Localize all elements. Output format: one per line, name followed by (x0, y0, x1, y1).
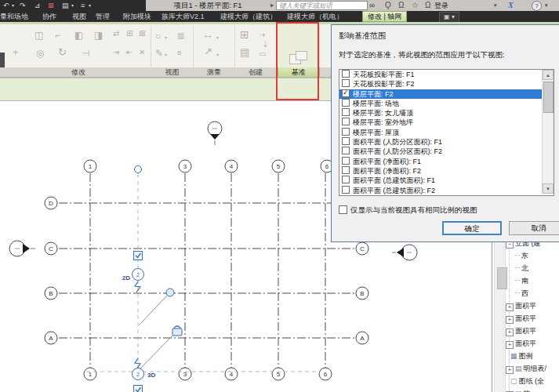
expand-icon[interactable]: + (506, 303, 514, 311)
panel-label-view[interactable]: 视图 (151, 67, 193, 77)
same-scale-filter[interactable]: 仅显示与当前视图具有相同比例的视图 (339, 205, 477, 216)
list-item[interactable]: 面积平面 (总建筑面积): F1 (339, 176, 554, 185)
list-item[interactable]: 楼层平面: 室外地坪 (339, 118, 554, 127)
tab-modeling-master-mep[interactable]: 建模大师（机电） (287, 11, 343, 22)
list-item[interactable]: 楼层平面: 屋顶 (339, 128, 554, 137)
undo-caret-icon[interactable]: ▾ (12, 0, 14, 11)
ok-button[interactable]: 确定 (442, 221, 502, 235)
display-in-views-icon[interactable]: ⊞ (240, 30, 249, 39)
align-icon[interactable]: ◫ (34, 31, 43, 40)
mirror-pick-icon[interactable]: ◧ (74, 31, 83, 40)
tab-modify-grid-active[interactable]: 修改 | 轴网 (362, 11, 407, 22)
flow-right-icon[interactable]: ⇢ (259, 31, 265, 40)
expand-icon[interactable]: + (506, 328, 514, 336)
tree-item-schedules[interactable]: +▤明细表/ (506, 363, 546, 374)
grid2-drag-grip[interactable] (166, 289, 174, 296)
offset-icon[interactable]: ⌐ (55, 31, 60, 40)
search-binoculars-icon[interactable]: ∞ (369, 0, 375, 11)
grid2-3d-toggle[interactable]: 3D (147, 372, 155, 379)
grid2-2d-toggle[interactable]: 2D (122, 274, 130, 281)
box-icon[interactable]: ▭ (259, 49, 266, 59)
checkbox[interactable] (342, 176, 350, 183)
grid2-end-grip[interactable] (135, 166, 142, 173)
pin-icon[interactable]: ⊠ (139, 29, 145, 38)
signin-label[interactable]: 登录 (434, 0, 448, 11)
grid-bubbles-bottom[interactable] (84, 368, 332, 380)
measure-diagonal-icon[interactable]: ↗ (204, 47, 212, 56)
tree-item-area-plan-2[interactable]: +面积平 (506, 313, 536, 324)
dropdown-caret-icon[interactable]: ▾ (494, 0, 497, 11)
paintbrush-caret-icon[interactable]: ▾ (165, 50, 167, 60)
checkbox[interactable] (342, 166, 350, 174)
tree-item-area-plan-1[interactable]: +面积平 (506, 300, 536, 311)
checkbox[interactable] (342, 186, 350, 194)
list-item[interactable]: 面积平面 (净面积): F1 (339, 157, 554, 166)
tab-family-master[interactable]: 族库大师V2.1 (162, 11, 205, 22)
tree-item-south[interactable]: 南 (515, 275, 528, 286)
expand-icon[interactable]: + (506, 316, 514, 324)
selected-grid-2[interactable]: 2 2D 2 3D (86, 166, 321, 392)
list-item[interactable]: 楼层平面: 场地 (339, 99, 554, 108)
tree-item-north[interactable]: 北 (515, 263, 528, 274)
undo-icon[interactable]: ↶ (3, 0, 9, 11)
expand-icon[interactable]: + (506, 366, 514, 374)
scrollbar-thumb[interactable] (543, 82, 554, 113)
expand-icon[interactable]: + (506, 341, 514, 349)
tab-modeling-master-arch[interactable]: 建模大师（建筑） (220, 11, 277, 22)
signin-icon[interactable]: Ω (425, 0, 430, 11)
checkbox[interactable] (342, 79, 350, 87)
aligned-dimension-icon[interactable]: ↔ (202, 30, 213, 39)
list-item[interactable]: 面积平面 (总建筑面积): F2 (339, 186, 554, 195)
help-caret-icon[interactable]: ▾ (545, 0, 548, 11)
panel-label-create[interactable]: 创建 (235, 67, 276, 77)
tree-item-families[interactable]: +▣族 (506, 388, 531, 392)
panel-label-measure[interactable]: 测量 (194, 67, 234, 77)
measure-caret-icon[interactable]: ▾ (216, 50, 219, 60)
tree-item-area-plan-3[interactable]: +面积平 (506, 325, 536, 336)
tree-item-sheets[interactable]: ▢图纸 (全 (510, 376, 544, 387)
elevation-marker-left[interactable] (9, 241, 35, 256)
list-item[interactable]: 天花板投影平面: F1 (339, 70, 554, 79)
grid-bubbles-top[interactable] (84, 160, 333, 172)
checkbox[interactable] (339, 205, 347, 214)
checkbox[interactable] (342, 89, 350, 97)
scrollbar-thumb[interactable] (497, 267, 507, 289)
list-item[interactable]: 楼层平面: 女儿墙顶 (339, 108, 554, 118)
elevation-marker-top[interactable] (208, 122, 222, 145)
extend-icon[interactable]: ⇄ (113, 29, 119, 38)
section-caret-icon[interactable]: ▾ (71, 0, 74, 11)
ribbon-minimize-caret-icon[interactable]: ▾ (89, 0, 91, 11)
cancel-button[interactable]: 取消 (509, 221, 559, 235)
list-item[interactable]: 楼层平面: F2 (339, 89, 554, 99)
tab-collaborate[interactable]: 协作 (42, 11, 56, 22)
grid-bubbles-left[interactable] (45, 197, 57, 344)
checkbox[interactable] (342, 128, 350, 136)
lightbulb-caret-icon[interactable]: ▾ (165, 33, 167, 42)
key-icon[interactable]: Ϙ (385, 0, 391, 11)
tab-manage[interactable]: 管理 (96, 11, 110, 22)
tab-massing-site[interactable]: 量和场地 (0, 11, 28, 22)
checkbox[interactable] (342, 137, 350, 145)
tree-item-east[interactable]: 东 (515, 250, 528, 261)
tree-item-area-plan-4[interactable]: +面积平 (506, 338, 536, 349)
list-scrollbar[interactable]: ▲ ▼ (542, 70, 554, 194)
checkbox[interactable] (342, 70, 350, 78)
grid2-lock-icon[interactable] (172, 326, 182, 336)
flow-down-icon[interactable]: ⇣ (262, 40, 268, 49)
exchange-apps-icon[interactable]: X (508, 0, 514, 11)
grid2-bubble-checkbox-top[interactable] (134, 252, 143, 260)
trim-icon[interactable]: ⊣ (82, 49, 89, 58)
panel-label-modify[interactable]: 修改 (6, 67, 151, 77)
copy-icon[interactable]: ◎ (36, 49, 44, 58)
rotate-icon[interactable]: ↻ (58, 48, 67, 57)
hide-isolate-icon[interactable]: ▥ (177, 31, 184, 41)
elevation-marker-right[interactable] (392, 245, 417, 260)
measure-icon[interactable]: ⊿ (34, 0, 41, 11)
move-icon[interactable]: + (13, 48, 19, 57)
tree-item-west[interactable]: 西 (515, 288, 528, 299)
list-item[interactable]: 天花板投影平面: F2 (339, 79, 554, 89)
list-item[interactable]: 面积平面 (净面积): F2 (339, 166, 554, 176)
communication-icon[interactable]: Ω (398, 0, 404, 11)
graphics-icon[interactable]: ≡ (177, 49, 182, 58)
tab-view[interactable]: 视图 (72, 11, 86, 22)
